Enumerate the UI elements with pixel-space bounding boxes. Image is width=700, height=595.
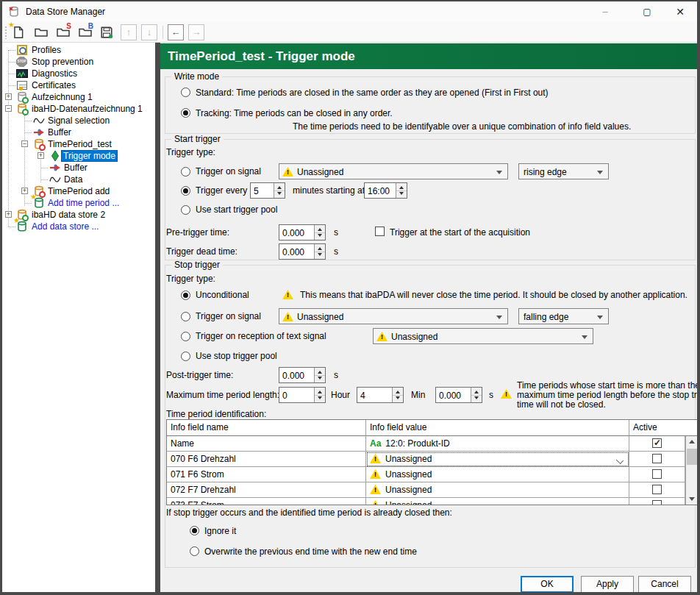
tree-item-diagnostics[interactable]: Diagnostics [2,68,155,79]
table-cell-active[interactable] [629,467,685,482]
tree-item-profiles[interactable]: Profiles [2,44,155,56]
stop-trigger-edge-combo[interactable]: falling edge [518,308,609,324]
tree-item-certificates[interactable]: Certificates [2,79,155,91]
column-header-info-field-name[interactable]: Info field name [167,420,366,436]
table-cell-value-editing[interactable]: Unassigned [366,452,629,467]
table-cell-name[interactable]: 071 F6 Strom [167,467,366,482]
table-cell-name[interactable]: 072 F7 Drehzahl [167,482,366,498]
minimize-button[interactable]: – [588,1,622,22]
open-s-button[interactable]: S [54,24,71,40]
stop-trigger-on-signal-radio[interactable] [181,312,190,321]
table-cell-value[interactable]: Unassigned [366,482,629,498]
pre-trigger-time-spinner[interactable]: 0.000 [279,224,326,241]
close-button[interactable]: ✕ [663,1,697,22]
spinner-arrows[interactable] [396,183,407,198]
table-cell-name[interactable]: Name [167,436,366,452]
tree-item-add-time-period[interactable]: ★ Add time period ... [2,197,155,209]
tree-item-buffer-2[interactable]: Buffer [2,162,155,174]
save-button[interactable] [99,24,115,40]
text-signal-combo[interactable]: Unassigned [373,328,593,344]
trigger-dead-time-spinner[interactable]: 0.000 [279,243,326,260]
tree-item-add-data-store[interactable]: ★ Add data store ... [2,221,155,232]
trigger-every-minutes-spinner[interactable]: 5 [250,182,285,199]
maximize-button[interactable]: ▢ [630,1,664,22]
stop-trigger-pool-radio[interactable] [181,352,190,361]
tree-item-data[interactable]: Data [2,174,155,185]
tree-item-timeperiod-test[interactable]: TimePeriod_test [2,138,155,150]
expander-icon[interactable] [5,211,12,218]
move-down-button[interactable]: ↓ [141,24,157,40]
tree-item-stop-prevention[interactable]: STOP Stop prevention [2,56,155,68]
spinner-arrows[interactable] [471,388,482,402]
spinner-arrows[interactable] [314,388,325,402]
column-header-active[interactable]: Active [629,420,698,436]
active-checkbox[interactable] [652,469,662,479]
table-cell-active[interactable] [629,452,685,467]
ignore-it-radio[interactable] [190,526,199,535]
table-cell-active[interactable] [629,436,685,452]
navigate-forward-button[interactable]: → [188,24,204,40]
table-cell-active[interactable] [629,482,685,498]
move-up-button[interactable]: ↑ [121,24,137,40]
spinner-arrows[interactable] [314,368,325,382]
scrollbar-thumb[interactable] [687,449,697,465]
app-icon [8,6,20,18]
table-cell-value[interactable]: Unassigned [366,498,629,505]
tree-item-ibahd-data-store-2[interactable]: ibaHD data store 2 [2,209,155,221]
active-checkbox[interactable] [652,500,662,505]
scroll-down-icon[interactable] [686,493,698,505]
expander-icon[interactable] [38,152,44,159]
tree-item-buffer[interactable]: Buffer [2,127,155,138]
table-cell-active[interactable] [629,498,685,505]
active-checkbox[interactable] [652,438,662,448]
text-signal-radio[interactable] [181,332,190,341]
active-checkbox[interactable] [652,485,662,494]
ok-button[interactable]: OK [521,576,574,593]
trigger-start-time-spinner[interactable]: 16:00 [364,182,407,199]
table-cell-value[interactable]: Unassigned [366,467,629,482]
spinner-arrows[interactable] [314,225,325,240]
tree-item-timeperiod-add[interactable]: TimePeriod add [2,185,155,197]
column-header-info-field-value[interactable]: Info field value [366,420,629,436]
table-cell-value[interactable]: Aa12:0: Produkt-ID [366,436,629,452]
stop-trigger-signal-combo[interactable]: Unassigned [279,308,508,324]
start-trigger-edge-combo[interactable]: rising edge [518,163,609,179]
start-trigger-on-signal-radio[interactable] [181,167,190,177]
expander-icon[interactable] [21,188,28,194]
spinner-arrows[interactable] [274,183,285,198]
toolbar-grip-handle[interactable] [4,26,7,39]
table-cell-name[interactable]: 073 F7 Strom [167,498,366,505]
cancel-button[interactable]: Cancel [638,576,691,593]
active-checkbox[interactable] [652,454,662,463]
trigger-at-acquisition-start-checkbox[interactable] [375,227,385,236]
new-data-store-button[interactable]: ★ [10,24,26,40]
start-trigger-signal-combo[interactable]: Unassigned [279,163,508,179]
unconditional-radio[interactable] [181,291,190,300]
tracking-radio[interactable] [181,108,190,118]
tree-item-trigger-mode[interactable]: Trigger mode [2,150,155,162]
pane-divider[interactable] [155,43,160,594]
open-data-store-button[interactable] [32,24,49,40]
table-cell-name[interactable]: 070 F6 Drehzahl [167,452,366,467]
spinner-arrows[interactable] [314,244,325,259]
tree-item-ibahd-datenaufzeichnung-1[interactable]: ibaHD-Datenaufzeichnung 1 [2,103,155,115]
open-b-button[interactable]: B [76,24,93,40]
scroll-up-icon[interactable] [686,436,698,448]
start-trigger-pool-radio[interactable] [181,205,190,215]
table-scrollbar[interactable] [685,436,698,505]
max-length-sec-spinner[interactable]: 0.000 [435,387,482,403]
max-length-hour-spinner[interactable]: 0 [279,387,326,403]
tree-item-aufzeichnung-1[interactable]: Aufzeichnung 1 [2,91,155,103]
overwrite-end-time-radio[interactable] [190,546,199,556]
navigate-back-button[interactable]: ← [168,24,184,40]
tree-item-signal-selection[interactable]: Signal selection [2,115,155,127]
start-trigger-every-radio[interactable] [181,186,190,196]
expander-icon[interactable] [5,105,12,112]
expander-icon[interactable] [21,140,28,147]
standard-radio[interactable] [181,88,190,97]
spinner-arrows[interactable] [392,388,403,402]
apply-button[interactable]: Apply [581,576,634,593]
expander-icon[interactable] [5,93,12,100]
post-trigger-time-spinner[interactable]: 0.000 [279,367,326,383]
max-length-min-spinner[interactable]: 4 [357,387,404,403]
